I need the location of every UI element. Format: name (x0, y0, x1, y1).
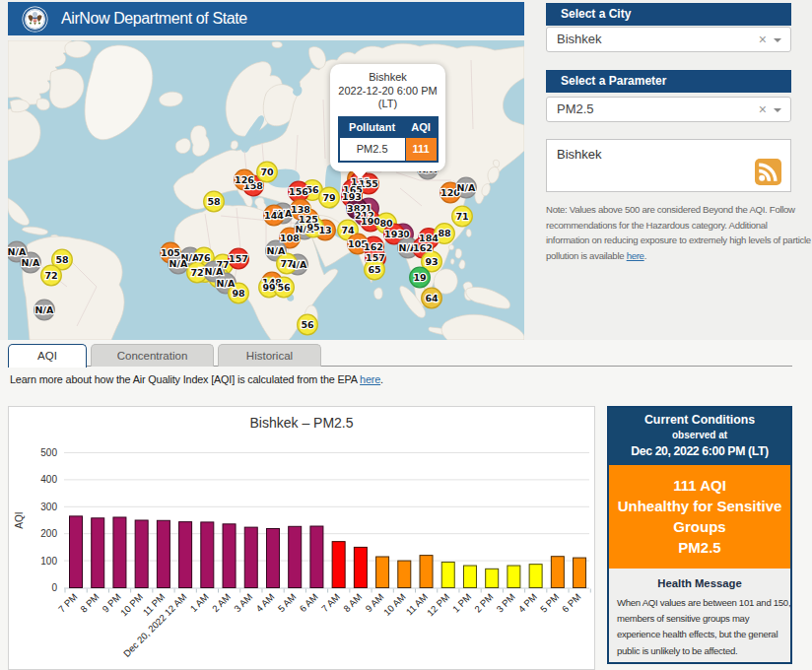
bar-12 PM[interactable] (441, 562, 454, 587)
x-tick-label: 1 PM (450, 591, 474, 615)
x-tick-label: 10 PM (118, 591, 145, 618)
landmass-25 (455, 248, 462, 258)
x-tick-label: 2 PM (472, 591, 496, 615)
bar-8 AM[interactable] (354, 547, 367, 587)
popup-pollutant-value: PM2.5 (339, 137, 406, 162)
page-title: AirNow Department of State (61, 10, 247, 28)
popup-datetime: 2022-12-20 6:00 PM (336, 85, 440, 99)
select-city-label: Select a City (561, 7, 631, 21)
landmass-33 (466, 229, 471, 236)
tab-concentration[interactable]: Concentration (91, 344, 214, 367)
bar-10 AM[interactable] (398, 561, 411, 587)
health-message-section: Health Message When AQI values are betwe… (609, 569, 790, 659)
observed-at-label: observed at (611, 429, 788, 442)
rss-city-label: Bishkek (557, 147, 602, 162)
city-caret-icon[interactable] (774, 38, 781, 42)
aqi-marker-label: 79 (322, 192, 335, 203)
bar-2 PM[interactable] (486, 569, 499, 587)
bar-5 PM[interactable] (551, 557, 564, 588)
aqi-marker-label: 74 (341, 225, 355, 235)
aqi-world-map[interactable]: N/AN/A5872N/A15812670585615679N/A1441381… (8, 40, 524, 340)
aqi-value-line: 111 AQI (613, 475, 786, 496)
aqi-marker-label: 157 (366, 252, 385, 263)
aqi-marker-label: 162 (364, 241, 383, 252)
bar-7 AM[interactable] (332, 542, 345, 588)
aqi-marker-label: 193 (384, 229, 404, 239)
aqi-marker-label: 156 (289, 186, 308, 197)
chart-bars[interactable] (70, 516, 586, 588)
popup-aqi-value: 111 (405, 137, 437, 162)
aqi-marker-label: 77 (280, 258, 293, 269)
select-city-header: Select a City (546, 3, 791, 26)
aqi-marker-label: N/A (8, 246, 27, 257)
x-tick-label: 3 AM (232, 591, 254, 614)
parameter-caret-icon[interactable] (774, 108, 781, 112)
aqi-marker-label: N/A (457, 182, 476, 193)
bar-1 PM[interactable] (463, 566, 476, 587)
x-tick-label: 3 PM (494, 591, 517, 615)
parameter-select-value: PM2.5 (557, 101, 594, 116)
bar-6 PM[interactable] (574, 558, 586, 587)
observed-datetime: Dec 20, 2022 6:00 PM (LT) (611, 442, 788, 460)
aqi-category-line: Unhealthy for Sensitive Groups (613, 496, 786, 537)
tab-historical[interactable]: Historical (218, 344, 321, 367)
aqi-marker-label: 58 (55, 254, 69, 265)
aqi-marker-label: 88 (438, 228, 451, 238)
bar-2 AM[interactable] (223, 524, 236, 588)
aqi-marker-label: 184 (419, 233, 439, 243)
rss-box: Bishkek (546, 139, 791, 192)
city-select[interactable]: Bishkek × (546, 27, 791, 52)
tab-historical-label: Historical (246, 350, 293, 362)
learn-more-after: . (380, 373, 383, 385)
parameter-select[interactable]: PM2.5 × (546, 97, 791, 122)
bar-4 PM[interactable] (529, 565, 542, 588)
bar-3 PM[interactable] (508, 566, 520, 587)
aqi-marker-label: N/A (169, 258, 188, 269)
note-text: Note: Values above 500 are considered Be… (546, 202, 811, 264)
popup-city: Bishkek (336, 71, 440, 85)
bar-9 PM[interactable] (113, 517, 126, 588)
x-tick-label: 6 AM (298, 591, 320, 614)
parameter-clear-icon[interactable]: × (759, 98, 767, 121)
bar-11 AM[interactable] (420, 556, 433, 588)
chart-card: Bishkek – PM2.5 0100200300400500AQI7 PM8… (8, 406, 595, 670)
bar-1 AM[interactable] (201, 522, 214, 588)
tab-concentration-label: Concentration (117, 350, 188, 362)
y-axis-title: AQI (14, 511, 25, 528)
bar-6 AM[interactable] (310, 526, 323, 587)
bar-7 PM[interactable] (70, 516, 83, 588)
aqi-bar-chart[interactable]: 0100200300400500AQI7 PM8 PM9 PM10 PM11 P… (9, 407, 594, 669)
y-tick-label: 500 (40, 447, 57, 458)
rss-icon[interactable] (755, 159, 781, 185)
x-tick-label: 10 AM (381, 591, 408, 618)
chart-axes (64, 588, 590, 593)
bar-10 PM[interactable] (135, 520, 148, 588)
tab-aqi-label: AQI (37, 350, 57, 362)
x-tick-label: 5 PM (538, 591, 562, 615)
city-clear-icon[interactable]: × (759, 28, 767, 51)
bar-8 PM[interactable] (92, 518, 104, 588)
bar-11 PM[interactable] (157, 520, 169, 587)
aqi-marker-label: 190 (361, 216, 380, 227)
tab-aqi[interactable]: AQI (8, 344, 87, 368)
learn-more-here-link[interactable]: here (360, 373, 380, 385)
map-canvas: N/AN/A5872N/A15812670585615679N/A1441381… (8, 40, 524, 340)
landmass-34 (448, 244, 453, 249)
y-tick-label: 0 (51, 582, 57, 593)
note-here-link[interactable]: here (627, 250, 644, 261)
x-tick-label: 8 AM (341, 591, 364, 614)
y-tick-label: 200 (40, 528, 57, 539)
bar-4 AM[interactable] (266, 528, 279, 587)
page: AirNow Department of State N/AN/A5872N/A… (0, 0, 812, 670)
aqi-marker-label: 71 (455, 211, 468, 222)
bar-Dec 20, 2022 12 AM[interactable] (179, 522, 192, 588)
landmass-11 (231, 141, 238, 150)
x-tick-label: 1 AM (188, 591, 211, 614)
health-message-body: When AQI values are between 101 and 150,… (617, 595, 782, 659)
bar-3 AM[interactable] (244, 527, 257, 587)
bar-5 AM[interactable] (289, 526, 302, 587)
bar-9 AM[interactable] (376, 557, 389, 588)
aqi-marker-label: 162 (413, 242, 433, 253)
landmass-27 (450, 259, 454, 264)
x-tick-label: 6 PM (560, 591, 583, 615)
